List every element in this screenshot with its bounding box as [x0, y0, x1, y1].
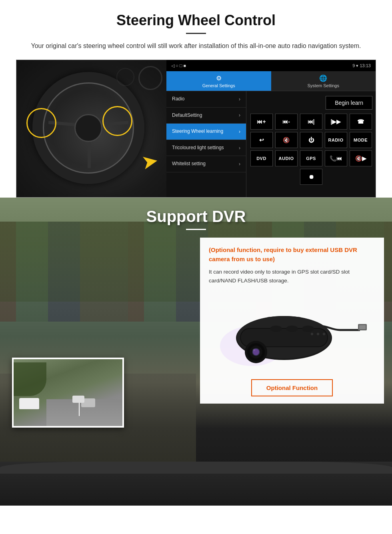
android-ui-mockup: ◁ ○ □ ■ 9 ▾ 13:13 ⚙ General Settings 🌐 S…	[16, 60, 376, 198]
svg-point-15	[270, 326, 282, 332]
dvr-info-panel: (Optional function, require to buy exter…	[200, 238, 384, 404]
ctrl-phone[interactable]: ☎	[350, 114, 372, 130]
dashboard-curve	[0, 462, 392, 474]
thumb-road-line	[79, 403, 80, 416]
page-title: Steering Wheel Control	[16, 12, 376, 29]
ctrl-dvd[interactable]: DVD	[250, 150, 273, 166]
steering-wheel-photo	[16, 60, 166, 197]
ctrl-mute-next[interactable]: 🔇▶	[350, 150, 372, 166]
chevron-icon: ›	[239, 145, 240, 151]
controls-panel: Begin learn ⏮+ ⏮- ⏮| |▶▶ ☎ ↩ 🔇 ⏻	[246, 91, 376, 197]
begin-learn-row: Begin learn	[250, 94, 372, 111]
yellow-arrow-icon	[118, 149, 158, 173]
thumb-car	[19, 398, 39, 409]
svg-point-17	[302, 326, 314, 332]
menu-item-default-setting[interactable]: DefaultSetting ›	[166, 108, 246, 124]
ctrl-radio[interactable]: RADIO	[325, 132, 347, 148]
menu-item-steering-wheel[interactable]: Steering Wheel learning ›	[166, 124, 246, 140]
optional-function-button[interactable]: Optional Function	[251, 379, 333, 396]
ctrl-next[interactable]: |▶▶	[325, 114, 347, 130]
android-content: Radio › DefaultSetting › Steering Wheel …	[166, 91, 376, 197]
tab-system-settings[interactable]: 🌐 System Settings	[271, 71, 376, 91]
dvr-title-divider	[186, 229, 206, 230]
dvr-camera-svg	[216, 294, 368, 370]
ctrl-mode[interactable]: MODE	[350, 132, 372, 148]
dashboard-bottom	[0, 462, 392, 506]
title-divider	[186, 33, 206, 34]
menu-item-tricoloured[interactable]: Tricoloured light settings ›	[166, 140, 246, 156]
optional-function-footer: Optional Function	[200, 372, 384, 404]
dvr-section: Support DVR (Optional function, require …	[0, 198, 392, 506]
svg-point-13	[317, 333, 319, 335]
android-tabs: ⚙ General Settings 🌐 System Settings	[166, 71, 376, 91]
tab-system-label: System Settings	[308, 83, 339, 88]
ctrl-prev[interactable]: ⏮|	[300, 114, 322, 130]
chevron-icon: ›	[239, 161, 240, 167]
android-panel: ◁ ○ □ ■ 9 ▾ 13:13 ⚙ General Settings 🌐 S…	[166, 60, 376, 197]
wheel-center	[74, 114, 102, 142]
yellow-circle-right	[102, 106, 132, 136]
svg-point-16	[286, 326, 298, 332]
menu-item-whitelist[interactable]: Whitelist setting ›	[166, 156, 246, 172]
subtitle-text: Your original car's steering wheel contr…	[24, 41, 368, 51]
ctrl-power[interactable]: ⏻	[300, 132, 322, 148]
dvr-camera-image-area	[209, 292, 375, 372]
spoke-bottom	[88, 140, 91, 168]
tab-general-label: General Settings	[202, 83, 235, 88]
svg-point-18	[253, 349, 259, 355]
ctrl-record[interactable]: ⏺	[300, 169, 322, 185]
ctrl-vol-down[interactable]: ⏮-	[275, 114, 298, 130]
chevron-icon: ›	[239, 112, 240, 118]
control-row-3: DVD AUDIO GPS 📞⏮ 🔇▶	[250, 150, 372, 166]
gauge-visual	[138, 66, 162, 90]
general-settings-icon: ⚙	[216, 74, 222, 82]
svg-rect-2	[359, 325, 366, 329]
ctrl-mute[interactable]: 🔇	[275, 132, 298, 148]
dvr-panel-content: (Optional function, require to buy exter…	[200, 238, 384, 372]
ctrl-audio[interactable]: AUDIO	[275, 150, 298, 166]
status-bar: ◁ ○ □ ■ 9 ▾ 13:13	[166, 60, 376, 71]
dvr-footage-thumbnail	[12, 358, 124, 428]
steering-section: Steering Wheel Control Your original car…	[0, 0, 392, 198]
svg-point-12	[311, 333, 313, 335]
steering-wheel-visual	[16, 60, 166, 197]
chevron-icon: ›	[239, 96, 240, 102]
tab-general-settings[interactable]: ⚙ General Settings	[166, 71, 271, 91]
menu-list: Radio › DefaultSetting › Steering Wheel …	[166, 91, 246, 197]
control-row-2: ↩ 🔇 ⏻ RADIO MODE	[250, 132, 372, 148]
control-row-1: ⏮+ ⏮- ⏮| |▶▶ ☎	[250, 114, 372, 130]
system-settings-icon: 🌐	[319, 74, 327, 82]
yellow-circle-left	[26, 108, 56, 138]
ctrl-back[interactable]: ↩	[250, 132, 273, 148]
dvr-optional-heading: (Optional function, require to buy exter…	[209, 246, 375, 264]
ctrl-vol-up[interactable]: ⏮+	[250, 114, 273, 130]
dvr-background: Support DVR (Optional function, require …	[0, 198, 392, 506]
thumb-car-3	[72, 396, 84, 403]
dvr-body-text: It can record video only to storage in G…	[209, 268, 375, 286]
ctrl-gps[interactable]: GPS	[300, 150, 322, 166]
status-right: 9 ▾ 13:13	[352, 63, 371, 68]
control-row-4: ⏺	[250, 169, 372, 185]
begin-learn-button[interactable]: Begin learn	[326, 96, 372, 110]
status-nav-icons: ◁ ○ □ ■	[171, 63, 186, 68]
menu-item-radio[interactable]: Radio ›	[166, 91, 246, 108]
dvr-title: Support DVR	[0, 208, 392, 226]
thumb-background	[14, 359, 122, 426]
dvr-title-area: Support DVR	[0, 208, 392, 230]
gauge-visual-2	[116, 68, 134, 86]
thumb-tree	[14, 362, 46, 396]
ctrl-phone-prev[interactable]: 📞⏮	[325, 150, 347, 166]
chevron-icon: ›	[239, 129, 240, 134]
svg-point-14	[323, 333, 325, 335]
